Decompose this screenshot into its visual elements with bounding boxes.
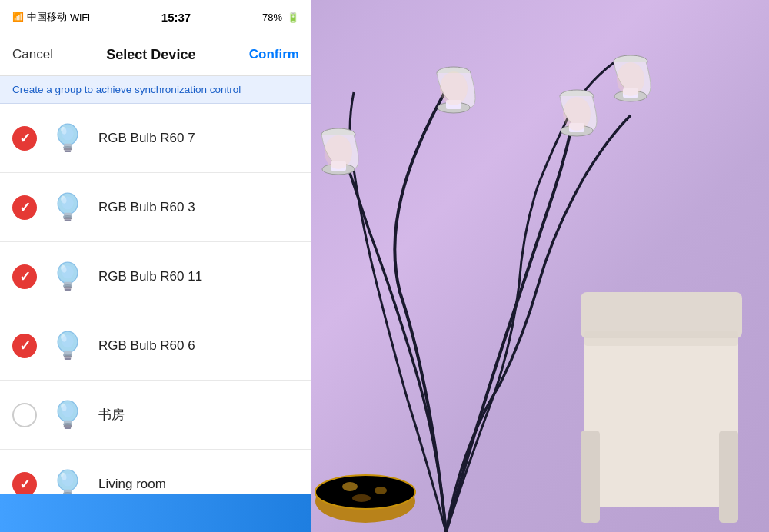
list-item[interactable]: ✓ RGB Bulb R60 7 bbox=[0, 104, 311, 173]
status-left: 📶 中国移动 WiFi bbox=[12, 10, 90, 24]
svg-point-7 bbox=[563, 97, 591, 131]
svg-point-33 bbox=[62, 127, 73, 140]
device-name-label: Living room bbox=[98, 477, 299, 492]
list-item[interactable]: 书房 bbox=[0, 381, 311, 450]
svg-point-61 bbox=[62, 404, 73, 417]
svg-rect-31 bbox=[64, 148, 72, 150]
device-checkbox[interactable]: ✓ bbox=[12, 334, 37, 358]
device-name-label: RGB Bulb R60 11 bbox=[98, 269, 299, 284]
checkmark-icon: ✓ bbox=[19, 201, 31, 214]
device-name-label: RGB Bulb R60 6 bbox=[98, 338, 299, 354]
svg-point-21 bbox=[352, 494, 371, 502]
info-banner: Create a group to achieve synchronizatio… bbox=[0, 76, 311, 104]
status-bar: 📶 中国移动 WiFi 15:37 78% 🔋 bbox=[0, 0, 311, 34]
bulb-icon bbox=[46, 255, 89, 298]
svg-rect-52 bbox=[64, 355, 72, 357]
svg-point-20 bbox=[375, 487, 387, 494]
checkmark-icon: ✓ bbox=[19, 270, 31, 284]
phone-panel: 📶 中国移动 WiFi 15:37 78% 🔋 Cancel Select De… bbox=[0, 0, 311, 532]
device-checkbox[interactable]: ✓ bbox=[12, 264, 37, 289]
checkmark-icon: ✓ bbox=[19, 477, 31, 491]
list-item[interactable]: ✓ Living room bbox=[0, 450, 311, 494]
checkmark-icon: ✓ bbox=[19, 339, 31, 353]
bulb-icon bbox=[46, 463, 89, 494]
wifi-icon: WiFi bbox=[70, 12, 90, 23]
device-checkbox[interactable]: ✓ bbox=[12, 126, 37, 151]
device-name-label: RGB Bulb R60 3 bbox=[98, 200, 299, 215]
svg-point-40 bbox=[62, 196, 73, 209]
svg-rect-59 bbox=[64, 424, 72, 427]
signal-icon: 📶 bbox=[12, 12, 24, 22]
cancel-button[interactable]: Cancel bbox=[12, 47, 53, 62]
page-title: Select Device bbox=[106, 47, 195, 63]
svg-rect-38 bbox=[64, 217, 72, 219]
svg-rect-39 bbox=[65, 219, 72, 221]
svg-rect-26 bbox=[584, 331, 738, 346]
battery-icon: 🔋 bbox=[287, 12, 299, 23]
svg-rect-45 bbox=[64, 286, 72, 288]
svg-rect-22 bbox=[584, 323, 738, 507]
svg-rect-60 bbox=[65, 427, 72, 429]
bulb-icon bbox=[46, 394, 89, 437]
nav-bar: Cancel Select Device Confirm bbox=[0, 34, 311, 76]
info-text: Create a group to achieve synchronizatio… bbox=[12, 84, 241, 95]
svg-point-54 bbox=[62, 334, 73, 347]
svg-rect-46 bbox=[65, 288, 72, 291]
svg-rect-24 bbox=[581, 431, 600, 523]
confirm-button[interactable]: Confirm bbox=[249, 47, 299, 62]
list-item[interactable]: ✓ RGB Bulb R60 3 bbox=[0, 173, 311, 242]
device-name-label: RGB Bulb R60 7 bbox=[98, 131, 299, 146]
svg-point-11 bbox=[325, 135, 352, 169]
list-item[interactable]: ✓ RGB Bulb R60 11 bbox=[0, 242, 311, 311]
svg-point-47 bbox=[62, 265, 73, 278]
battery-percentage: 78% bbox=[262, 12, 282, 23]
status-time: 15:37 bbox=[161, 11, 191, 24]
svg-rect-53 bbox=[65, 357, 72, 360]
svg-point-3 bbox=[440, 71, 468, 105]
device-checkbox[interactable] bbox=[12, 403, 37, 427]
list-item[interactable]: ✓ RGB Bulb R60 6 bbox=[0, 311, 311, 381]
svg-point-15 bbox=[617, 62, 644, 96]
carrier-label: 中国移动 bbox=[27, 10, 67, 24]
device-name-label: 书房 bbox=[98, 406, 299, 424]
device-list[interactable]: ✓ RGB Bulb R60 7✓ bbox=[0, 104, 311, 494]
status-right: 78% 🔋 bbox=[262, 12, 299, 23]
bulb-icon bbox=[46, 324, 89, 367]
svg-rect-32 bbox=[65, 150, 72, 152]
svg-rect-25 bbox=[719, 431, 738, 523]
bottom-bar bbox=[0, 494, 311, 532]
svg-point-68 bbox=[62, 473, 73, 486]
bulb-icon bbox=[46, 117, 89, 160]
svg-point-19 bbox=[342, 482, 358, 491]
device-checkbox[interactable]: ✓ bbox=[12, 472, 37, 494]
bulb-icon bbox=[46, 186, 89, 229]
checkmark-icon: ✓ bbox=[19, 131, 31, 145]
device-checkbox[interactable]: ✓ bbox=[12, 195, 37, 220]
